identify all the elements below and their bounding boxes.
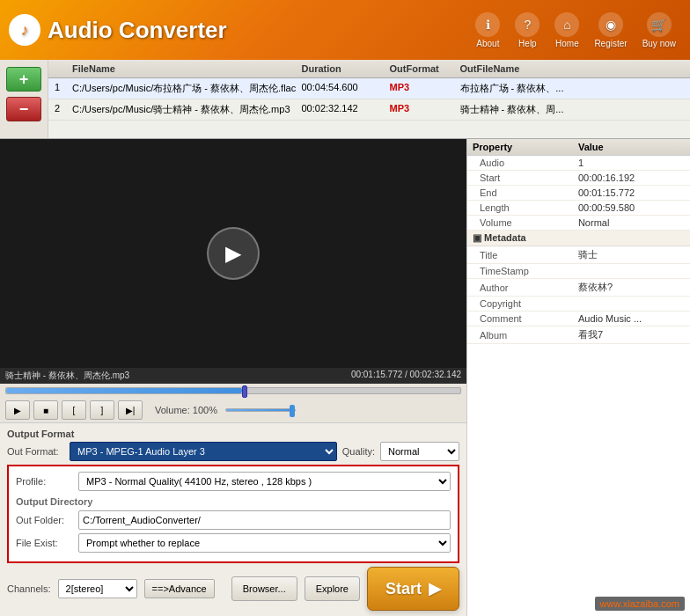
prop-data-row: Start00:00:16.192	[467, 171, 690, 186]
prop-key: Length	[467, 201, 573, 216]
prop-key: Title	[467, 246, 573, 264]
remove-file-button[interactable]: −	[6, 97, 41, 121]
app-icon: ♪	[9, 14, 40, 46]
row2-num: 2	[52, 102, 70, 117]
volume-slider[interactable]	[225, 408, 296, 412]
watermark: www.xiazaiba.com	[595, 597, 685, 611]
nav-register-label: Register	[594, 39, 627, 48]
info-icon: ℹ	[475, 12, 500, 37]
nav-home-label: Home	[555, 39, 579, 48]
table-row[interactable]: 2 C:/Users/pc/Music/骑士精神 - 蔡依林、周杰伦.mp3 0…	[48, 99, 690, 121]
col-duration: Duration	[299, 62, 387, 75]
prop-data-row: Copyright	[467, 297, 690, 312]
main-content: + − FileName Duration OutFormat OutFileN…	[0, 60, 690, 616]
prop-value: 骑士	[573, 246, 690, 264]
start-arrow-icon: ▶	[429, 579, 441, 598]
prop-value: 00:00:59.580	[573, 201, 690, 216]
outfolder-input[interactable]	[78, 510, 451, 530]
file-exist-select[interactable]: Prompt whether to replace	[78, 533, 451, 553]
seek-handle[interactable]	[242, 385, 247, 398]
add-file-button[interactable]: +	[6, 67, 41, 92]
prop-data-row: Author蔡依林?	[467, 279, 690, 297]
help-icon: ?	[515, 12, 540, 37]
prop-key: End	[467, 186, 573, 201]
prop-key: Copyright	[467, 297, 573, 312]
file-table-header: FileName Duration OutFormat OutFileName	[48, 60, 690, 78]
prop-data-row: Length00:00:59.580	[467, 201, 690, 216]
quality-select[interactable]: Normal	[380, 442, 459, 461]
cart-icon: 🛒	[647, 12, 672, 37]
quality-label: Quality:	[342, 446, 375, 457]
nav-register[interactable]: ◉ Register	[589, 9, 632, 52]
nav-buy-label: Buy now	[642, 39, 676, 48]
prop-col-value: Value	[573, 139, 690, 156]
prop-value: Normal	[573, 216, 690, 231]
file-info-bar: 骑士精神 - 蔡依林、周杰伦.mp3 00:01:15.772 / 00:02:…	[0, 368, 466, 384]
file-exist-row: File Exist: Prompt whether to replace	[16, 533, 451, 553]
file-buttons: + −	[0, 60, 48, 138]
profile-select[interactable]: MP3 - Normal Quality( 44100 Hz, stereo ,…	[78, 472, 451, 491]
row1-outname: 布拉格广场 - 蔡依林、...	[458, 81, 687, 96]
prop-col-property: Property	[467, 139, 573, 156]
prop-value	[573, 264, 690, 279]
row2-filename: C:/Users/pc/Music/骑士精神 - 蔡依林、周杰伦.mp3	[70, 102, 299, 117]
file-list-area: + − FileName Duration OutFormat OutFileN…	[0, 60, 690, 139]
file-table: FileName Duration OutFormat OutFileName …	[48, 60, 690, 138]
nav-home[interactable]: ⌂ Home	[549, 9, 584, 52]
browser-button[interactable]: Browser...	[231, 576, 297, 601]
output-format-section: Output Format Out Format: MP3 - MPEG-1 A…	[0, 422, 466, 616]
prop-value: 蔡依林?	[573, 279, 690, 297]
profile-row: Profile: MP3 - Normal Quality( 44100 Hz,…	[16, 472, 451, 491]
video-preview: ▶ 骑士精神 - 蔡依林、周杰伦.mp3 00:01:15.772 / 00:0…	[0, 139, 466, 616]
prop-data-row: VolumeNormal	[467, 216, 690, 231]
row1-duration: 00:04:54.600	[299, 81, 387, 96]
advance-button[interactable]: ==>Advance	[144, 579, 215, 598]
mark-out-button[interactable]: ]	[90, 400, 114, 420]
current-file-name: 骑士精神 - 蔡依林、周杰伦.mp3	[5, 370, 129, 382]
nav-about-label: About	[476, 39, 499, 48]
col-num	[52, 62, 70, 75]
video-canvas: ▶	[0, 139, 466, 368]
prop-value	[573, 297, 690, 312]
nav-about[interactable]: ℹ About	[470, 9, 505, 52]
nav-help[interactable]: ? Help	[510, 9, 545, 52]
row2-format: MP3	[387, 102, 458, 117]
prop-key: Volume	[467, 216, 573, 231]
outfolder-row: Out Folder:	[16, 510, 451, 530]
seek-bar-container	[0, 384, 466, 398]
col-outfilename: OutFileName	[458, 62, 687, 75]
nav-help-label: Help	[518, 39, 537, 48]
profile-label: Profile:	[16, 476, 73, 487]
volume-label: Volume: 100%	[155, 405, 217, 415]
prop-key: Comment	[467, 312, 573, 326]
nav-buy[interactable]: 🛒 Buy now	[637, 9, 681, 52]
next-button[interactable]: ▶|	[118, 400, 143, 420]
prop-group-row: ▣ Metadata	[467, 231, 690, 246]
stop-button[interactable]: ■	[33, 400, 58, 420]
prop-key: Audio	[467, 156, 573, 171]
prop-data-row: Audio1	[467, 156, 690, 171]
prop-value: 看我7	[573, 326, 690, 344]
app-title: Audio Converter	[48, 17, 227, 44]
prop-value: 00:01:15.772	[573, 186, 690, 201]
play-button[interactable]: ▶	[5, 400, 30, 420]
play-overlay-button[interactable]: ▶	[207, 227, 260, 280]
prop-data-row: CommentAudio Music ...	[467, 312, 690, 326]
seek-bar-fill	[6, 388, 242, 393]
table-row[interactable]: 1 C:/Users/pc/Music/布拉格广场 - 蔡依林、周杰伦.flac…	[48, 78, 690, 99]
time-display: 00:01:15.772 / 00:02:32.142	[351, 370, 461, 382]
prop-data-row: TimeStamp	[467, 264, 690, 279]
volume-handle[interactable]	[290, 405, 295, 417]
home-icon: ⌂	[554, 12, 579, 37]
channels-select[interactable]: 2[stereo]	[58, 579, 137, 598]
prop-data-row: Title骑士	[467, 246, 690, 264]
start-button[interactable]: Start ▶	[367, 567, 459, 611]
col-filename: FileName	[70, 62, 299, 75]
row1-filename: C:/Users/pc/Music/布拉格广场 - 蔡依林、周杰伦.flac	[70, 81, 299, 96]
explore-button[interactable]: Explore	[305, 576, 360, 601]
prop-key: TimeStamp	[467, 264, 573, 279]
col-outformat: OutFormat	[387, 62, 458, 75]
seek-bar[interactable]	[5, 387, 461, 394]
mark-in-button[interactable]: [	[62, 400, 86, 420]
outformat-select[interactable]: MP3 - MPEG-1 Audio Layer 3	[70, 442, 337, 461]
